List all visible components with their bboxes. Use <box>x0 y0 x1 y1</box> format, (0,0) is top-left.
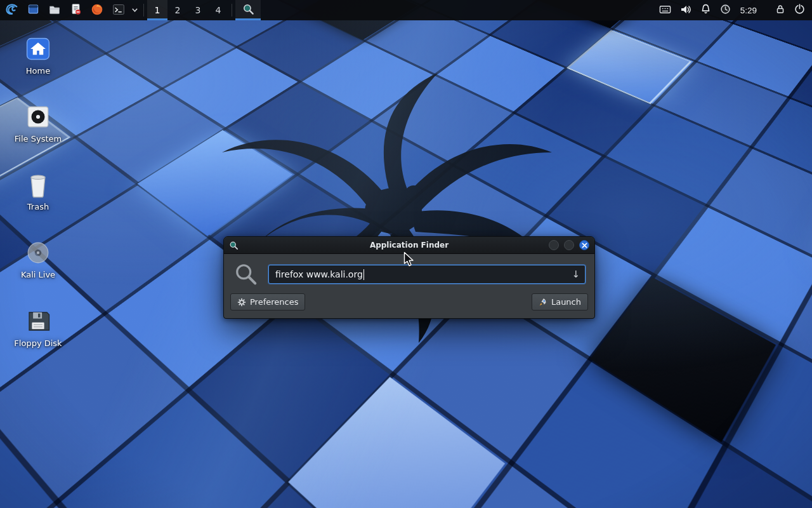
search-icon <box>234 262 258 286</box>
optical-disc-icon <box>23 239 53 267</box>
session-icon <box>720 4 731 17</box>
volume-icon <box>680 4 691 17</box>
terminal-icon <box>112 3 125 18</box>
launcher-firefox[interactable] <box>86 0 108 20</box>
workspace-label: 3 <box>195 5 201 15</box>
close-button[interactable] <box>579 240 589 250</box>
search-input-value: firefox www.kali.org <box>275 269 363 279</box>
desktop-icon-floppy-disk[interactable]: Floppy Disk <box>5 307 71 348</box>
tray-session-button[interactable] <box>716 0 735 20</box>
logout-icon <box>794 4 805 17</box>
home-icon <box>23 35 53 63</box>
file-manager-icon <box>48 3 61 18</box>
desktop-icon-file-system[interactable]: File System <box>5 103 71 144</box>
launch-button[interactable]: Launch <box>532 293 588 311</box>
tray-volume-button[interactable] <box>676 0 696 20</box>
desktop-icon-label: Home <box>5 66 71 76</box>
close-icon <box>582 243 587 248</box>
launch-label: Launch <box>551 297 581 307</box>
desktop-icon-label: Floppy Disk <box>5 338 71 348</box>
desktop-icon-home[interactable]: Home <box>5 35 71 76</box>
workspace-button-3[interactable]: 3 <box>188 0 208 20</box>
launcher-text-editor[interactable] <box>65 0 86 20</box>
panel-separator <box>143 4 144 17</box>
taskbar-application-finder[interactable] <box>235 0 261 20</box>
desktop-icon-label: File System <box>5 134 71 144</box>
window-launcher-icon <box>27 3 39 17</box>
launcher-terminal[interactable] <box>108 0 129 20</box>
workspace-label: 2 <box>175 5 181 15</box>
window-title: Application Finder <box>224 241 594 250</box>
window-titlebar[interactable]: Application Finder <box>224 237 594 254</box>
gear-icon <box>237 298 246 307</box>
chevron-down-icon <box>131 6 138 15</box>
top-panel: 1 2 3 4 5:29 <box>0 0 812 20</box>
app-finder-icon <box>242 3 254 17</box>
tray-keyboard-button[interactable] <box>655 0 676 20</box>
preferences-button[interactable]: Preferences <box>230 293 305 311</box>
launcher-file-manager[interactable] <box>44 0 65 20</box>
history-dropdown-arrow[interactable]: ↓ <box>566 269 580 280</box>
workspace-button-1[interactable]: 1 <box>147 0 167 20</box>
workspace-button-4[interactable]: 4 <box>208 0 228 20</box>
text-editor-icon <box>70 3 82 17</box>
desktop-icon-label: Trash <box>5 202 71 211</box>
trash-icon <box>23 171 53 199</box>
logout-button[interactable] <box>790 0 809 20</box>
desktop-icon-trash[interactable]: Trash <box>5 171 71 211</box>
kali-menu-icon <box>4 3 18 18</box>
text-cursor <box>363 269 365 280</box>
clock-text: 5:29 <box>740 6 757 15</box>
lock-icon <box>775 4 785 17</box>
application-finder-window: Application Finder firefox www.kali.org … <box>223 236 595 319</box>
desktop-icon-kali-live[interactable]: Kali Live <box>5 239 71 279</box>
workspace-label: 1 <box>155 5 160 15</box>
applications-menu-button[interactable] <box>0 0 23 20</box>
firefox-icon <box>91 3 103 18</box>
launcher-window[interactable] <box>23 0 44 20</box>
preferences-label: Preferences <box>250 297 298 307</box>
floppy-disk-icon <box>23 307 53 335</box>
workspace-button-2[interactable]: 2 <box>167 0 188 20</box>
keyboard-icon <box>659 4 671 17</box>
search-input[interactable]: firefox www.kali.org ↓ <box>268 265 586 284</box>
workspace-label: 4 <box>216 5 221 15</box>
lock-screen-button[interactable] <box>771 0 790 20</box>
bell-icon <box>700 4 711 17</box>
panel-clock[interactable]: 5:29 <box>735 0 762 20</box>
finder-actions: Preferences Launch <box>224 292 594 318</box>
tray-notifications-button[interactable] <box>696 0 716 20</box>
terminal-dropdown-button[interactable] <box>129 0 140 20</box>
maximize-button[interactable] <box>564 240 574 250</box>
minimize-button[interactable] <box>549 240 559 250</box>
panel-separator <box>232 4 232 17</box>
finder-content: firefox www.kali.org ↓ <box>224 254 594 292</box>
launch-icon <box>539 298 547 307</box>
desktop-icon-label: Kali Live <box>5 270 71 279</box>
file-system-icon <box>23 103 53 131</box>
